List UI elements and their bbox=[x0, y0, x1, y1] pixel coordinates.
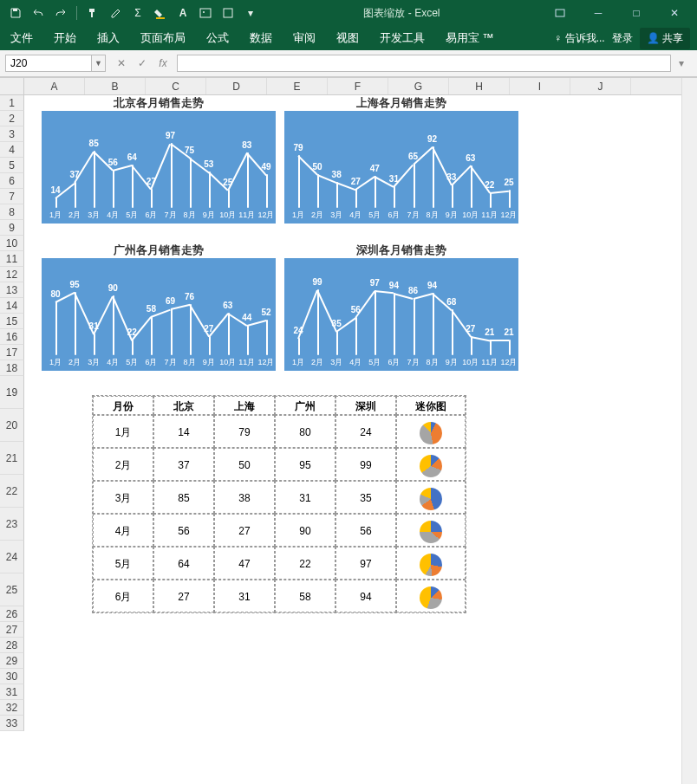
row-header[interactable]: 16 bbox=[0, 329, 24, 345]
layout-icon[interactable] bbox=[219, 4, 237, 22]
name-box-dropdown-icon[interactable]: ▼ bbox=[92, 55, 106, 72]
table-cell[interactable]: 80 bbox=[275, 415, 335, 448]
table-cell[interactable]: 37 bbox=[153, 448, 214, 481]
formula-input[interactable] bbox=[177, 55, 671, 72]
table-cell[interactable]: 31 bbox=[214, 580, 275, 612]
tab-插入[interactable]: 插入 bbox=[87, 26, 130, 50]
row-header[interactable]: 17 bbox=[0, 345, 24, 360]
row-header[interactable]: 12 bbox=[0, 267, 24, 282]
fx-icon[interactable]: fx bbox=[153, 55, 173, 72]
chart-1[interactable]: 上海各月销售走势791月502月383月274月475月316月657月928月… bbox=[284, 111, 518, 224]
fill-color-icon[interactable] bbox=[152, 4, 169, 22]
tell-me[interactable]: ♀ 告诉我... bbox=[554, 31, 604, 46]
sparkline-cell[interactable]: 北上广深 bbox=[396, 448, 466, 481]
table-cell[interactable]: 85 bbox=[153, 481, 214, 514]
table-cell[interactable]: 24 bbox=[335, 415, 396, 448]
row-header[interactable]: 2 bbox=[0, 111, 24, 126]
save-icon[interactable] bbox=[7, 4, 24, 22]
row-header[interactable]: 9 bbox=[0, 220, 24, 236]
table-cell[interactable]: 99 bbox=[335, 448, 396, 481]
row-header[interactable]: 1 bbox=[0, 95, 24, 111]
table-cell[interactable]: 38 bbox=[214, 481, 275, 514]
chart-2[interactable]: 广州各月销售走势801月952月313月904月225月586月697月768月… bbox=[42, 258, 276, 371]
col-header[interactable]: E bbox=[267, 78, 328, 94]
table-cell[interactable]: 31 bbox=[275, 481, 335, 514]
spreadsheet[interactable]: ABCDEFGHIJ 12345678910111213141516171819… bbox=[0, 77, 697, 784]
format-painter-icon[interactable] bbox=[84, 4, 101, 22]
redo-icon[interactable] bbox=[52, 4, 69, 22]
table-cell[interactable]: 3月 bbox=[93, 481, 153, 514]
tab-开发工具[interactable]: 开发工具 bbox=[369, 26, 435, 50]
col-header[interactable]: F bbox=[328, 78, 388, 94]
vertical-scrollbar[interactable] bbox=[681, 78, 697, 784]
font-color-icon[interactable]: A bbox=[174, 4, 192, 22]
tab-页面布局[interactable]: 页面布局 bbox=[130, 26, 196, 50]
row-header[interactable]: 33 bbox=[0, 716, 24, 731]
col-header[interactable]: D bbox=[206, 78, 267, 94]
row-header[interactable]: 20 bbox=[0, 409, 24, 442]
select-all-corner[interactable] bbox=[0, 78, 24, 94]
col-header[interactable]: A bbox=[24, 78, 85, 94]
col-header[interactable]: J bbox=[570, 78, 631, 94]
tab-开始[interactable]: 开始 bbox=[43, 26, 87, 50]
sum-icon[interactable]: Σ bbox=[129, 4, 147, 22]
row-header[interactable]: 23 bbox=[0, 508, 24, 541]
sparkline-cell[interactable]: 北上广深 bbox=[396, 415, 466, 448]
row-header[interactable]: 18 bbox=[0, 360, 24, 376]
close-icon[interactable]: ✕ bbox=[657, 1, 692, 25]
row-header[interactable]: 4 bbox=[0, 142, 24, 158]
row-header[interactable]: 21 bbox=[0, 442, 24, 475]
sparkline-cell[interactable]: 北上广深 bbox=[396, 547, 466, 580]
row-header[interactable]: 29 bbox=[0, 653, 24, 669]
enter-formula-icon[interactable]: ✓ bbox=[132, 55, 153, 72]
row-header[interactable]: 8 bbox=[0, 204, 24, 220]
table-cell[interactable]: 2月 bbox=[93, 448, 153, 481]
table-cell[interactable]: 56 bbox=[153, 514, 214, 547]
undo-icon[interactable] bbox=[29, 4, 47, 22]
sparkline-cell[interactable]: 北上广深 bbox=[396, 514, 466, 547]
table-cell[interactable]: 27 bbox=[153, 580, 214, 612]
tab-公式[interactable]: 公式 bbox=[196, 26, 239, 50]
brush-icon[interactable] bbox=[107, 4, 124, 22]
row-header[interactable]: 11 bbox=[0, 251, 24, 267]
table-cell[interactable]: 56 bbox=[335, 514, 396, 547]
table-cell[interactable]: 50 bbox=[214, 448, 275, 481]
cancel-formula-icon[interactable]: ✕ bbox=[111, 55, 132, 72]
row-header[interactable]: 31 bbox=[0, 684, 24, 700]
row-header[interactable]: 14 bbox=[0, 298, 24, 314]
row-header[interactable]: 15 bbox=[0, 314, 24, 329]
table-cell[interactable]: 22 bbox=[275, 547, 335, 580]
chart-0[interactable]: 北京各月销售走势141月372月853月564月645月276月977月758月… bbox=[42, 111, 276, 224]
row-header[interactable]: 32 bbox=[0, 700, 24, 716]
table-cell[interactable]: 6月 bbox=[93, 580, 153, 612]
table-cell[interactable]: 14 bbox=[153, 415, 214, 448]
table-cell[interactable]: 5月 bbox=[93, 547, 153, 580]
col-header[interactable]: B bbox=[85, 78, 146, 94]
row-header[interactable]: 19 bbox=[0, 376, 24, 409]
col-header[interactable]: C bbox=[146, 78, 206, 94]
customize-qat-icon[interactable]: ▾ bbox=[242, 4, 259, 22]
sparkline-cell[interactable]: 北上广深 bbox=[396, 481, 466, 514]
tab-文件[interactable]: 文件 bbox=[0, 26, 43, 50]
col-header[interactable]: G bbox=[388, 78, 449, 94]
table-cell[interactable]: 27 bbox=[214, 514, 275, 547]
row-header[interactable]: 6 bbox=[0, 173, 24, 189]
row-header[interactable]: 28 bbox=[0, 638, 24, 653]
picture-icon[interactable] bbox=[197, 4, 214, 22]
row-header[interactable]: 3 bbox=[0, 126, 24, 142]
tab-审阅[interactable]: 审阅 bbox=[283, 26, 326, 50]
row-header[interactable]: 27 bbox=[0, 622, 24, 638]
table-cell[interactable]: 94 bbox=[335, 580, 396, 612]
row-header[interactable]: 22 bbox=[0, 475, 24, 508]
minimize-icon[interactable]: ─ bbox=[581, 1, 616, 25]
row-header[interactable]: 25 bbox=[0, 573, 24, 606]
tab-易用宝 ™[interactable]: 易用宝 ™ bbox=[435, 26, 505, 50]
row-header[interactable]: 26 bbox=[0, 606, 24, 622]
table-cell[interactable]: 97 bbox=[335, 547, 396, 580]
chart-3[interactable]: 深圳各月销售走势241月992月353月564月975月946月867月948月… bbox=[284, 258, 518, 371]
table-cell[interactable]: 4月 bbox=[93, 514, 153, 547]
sparkline-cell[interactable]: 北上广深 bbox=[396, 580, 466, 612]
tab-视图[interactable]: 视图 bbox=[326, 26, 369, 50]
row-header[interactable]: 13 bbox=[0, 282, 24, 298]
row-header[interactable]: 7 bbox=[0, 189, 24, 204]
